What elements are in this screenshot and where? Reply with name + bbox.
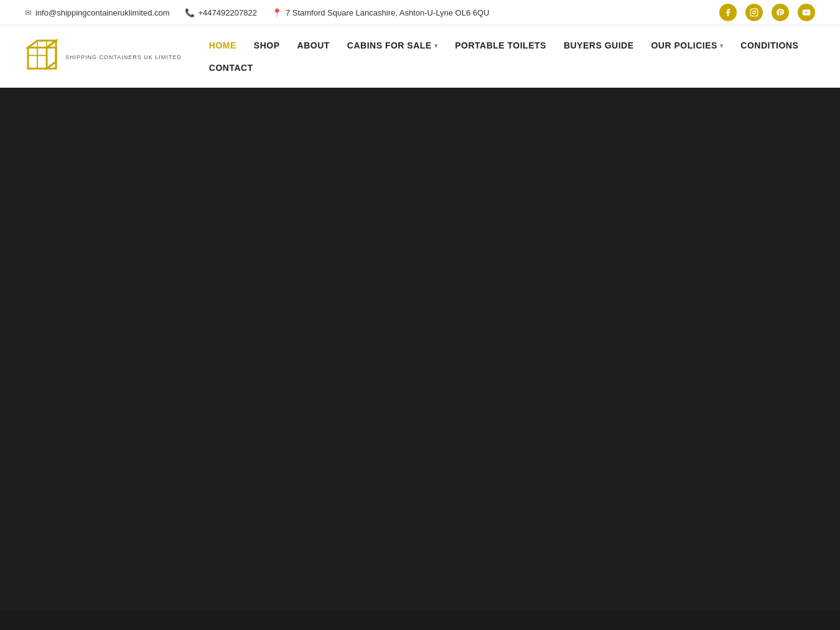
email-text: info@shippingcontaineruklimited.com bbox=[35, 8, 170, 17]
phone-text: +447492207822 bbox=[198, 8, 257, 17]
nav-home[interactable]: HOME bbox=[200, 34, 245, 57]
main-content bbox=[0, 88, 840, 610]
cabins-chevron: ▾ bbox=[434, 42, 438, 49]
youtube-icon[interactable] bbox=[798, 4, 815, 21]
svg-point-2 bbox=[756, 10, 757, 11]
nav-shop[interactable]: SHOP bbox=[245, 34, 289, 57]
email-info: ✉ info@shippingcontaineruklimited.com bbox=[25, 8, 170, 17]
nav-about[interactable]: ABOUT bbox=[289, 34, 338, 57]
nav-policies[interactable]: OUR POLICIES ▾ bbox=[642, 34, 732, 57]
nav-conditions[interactable]: CONDITIONS bbox=[732, 34, 807, 57]
logo-image bbox=[19, 34, 65, 80]
nav-links: HOME SHOP ABOUT CABINS FOR SALE ▾ PORTAB… bbox=[200, 34, 821, 79]
instagram-icon[interactable] bbox=[745, 4, 763, 21]
nav-cabins[interactable]: CABINS FOR SALE ▾ bbox=[338, 34, 446, 57]
policies-chevron: ▾ bbox=[720, 42, 724, 49]
phone-icon: 📞 bbox=[185, 8, 195, 17]
nav-contact[interactable]: CONTACT bbox=[200, 57, 262, 79]
top-bar: ✉ info@shippingcontaineruklimited.com 📞 … bbox=[0, 0, 840, 25]
email-icon: ✉ bbox=[25, 8, 32, 17]
svg-point-1 bbox=[753, 11, 756, 14]
navbar: SHIPPING CONTAINERS UK LIMITED HOME SHOP… bbox=[0, 25, 840, 88]
svg-marker-5 bbox=[47, 40, 56, 68]
facebook-icon[interactable] bbox=[719, 4, 737, 21]
logo-text: SHIPPING CONTAINERS UK LIMITED bbox=[65, 53, 182, 60]
address-info: 📍 7 Stamford Square Lancashire, Ashton-U… bbox=[272, 8, 490, 17]
pinterest-icon[interactable] bbox=[772, 4, 789, 21]
nav-toilets[interactable]: PORTABLE TOILETS bbox=[446, 34, 555, 57]
logo-subtitle: SHIPPING CONTAINERS UK LIMITED bbox=[65, 54, 182, 60]
svg-rect-0 bbox=[750, 9, 758, 16]
phone-info: 📞 +447492207822 bbox=[185, 8, 257, 17]
social-icons-group bbox=[719, 4, 815, 21]
top-bar-contact-info: ✉ info@shippingcontaineruklimited.com 📞 … bbox=[25, 8, 489, 17]
address-text: 7 Stamford Square Lancashire, Ashton-U-L… bbox=[286, 8, 490, 17]
location-icon: 📍 bbox=[272, 8, 282, 17]
nav-buyers[interactable]: BUYERS GUIDE bbox=[555, 34, 643, 57]
logo[interactable]: SHIPPING CONTAINERS UK LIMITED bbox=[19, 34, 182, 80]
